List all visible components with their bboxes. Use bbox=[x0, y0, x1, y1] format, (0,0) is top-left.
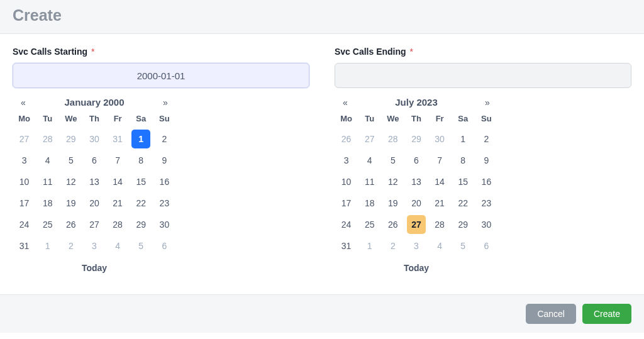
cal-day[interactable]: 7 bbox=[108, 151, 127, 170]
cal-day[interactable]: 7 bbox=[430, 151, 449, 170]
cal-day[interactable]: 6 bbox=[85, 151, 104, 170]
cal-day[interactable]: 8 bbox=[131, 151, 150, 170]
cal-day[interactable]: 14 bbox=[430, 172, 449, 191]
cal-day[interactable]: 17 bbox=[337, 194, 356, 213]
cal-day[interactable]: 4 bbox=[38, 151, 57, 170]
cal-day[interactable]: 1 bbox=[38, 236, 57, 255]
cal-day[interactable]: 15 bbox=[131, 172, 150, 191]
cal-day[interactable]: 31 bbox=[108, 130, 127, 148]
cal-day[interactable]: 31 bbox=[15, 236, 34, 255]
cancel-button[interactable]: Cancel bbox=[526, 304, 576, 324]
start-cal-today[interactable]: Today bbox=[13, 257, 176, 275]
cal-day[interactable]: 2 bbox=[384, 236, 402, 255]
end-cal-prev[interactable]: « bbox=[335, 97, 356, 108]
cal-day[interactable]: 22 bbox=[131, 194, 150, 213]
start-column: Svc Calls Starting * « January 2000 » Mo… bbox=[13, 47, 309, 275]
cal-day[interactable]: 3 bbox=[15, 151, 34, 170]
cal-day[interactable]: 31 bbox=[337, 236, 356, 255]
cal-day[interactable]: 6 bbox=[477, 236, 496, 255]
cal-day[interactable]: 25 bbox=[38, 215, 57, 234]
cal-day[interactable]: 1 bbox=[360, 236, 379, 255]
start-date-input[interactable] bbox=[13, 63, 309, 88]
cal-day[interactable]: 27 bbox=[15, 130, 34, 148]
cal-day[interactable]: 28 bbox=[38, 130, 57, 148]
cal-day[interactable]: 29 bbox=[407, 130, 426, 148]
end-date-input[interactable] bbox=[335, 63, 631, 88]
cal-day[interactable]: 15 bbox=[453, 172, 472, 191]
cal-day[interactable]: 19 bbox=[384, 194, 402, 213]
cal-day[interactable]: 27 bbox=[360, 130, 379, 148]
cal-day[interactable]: 16 bbox=[155, 172, 174, 191]
cal-day[interactable]: 18 bbox=[38, 194, 57, 213]
cal-day[interactable]: 5 bbox=[384, 151, 402, 170]
cal-day[interactable]: 12 bbox=[384, 172, 402, 191]
cal-day[interactable]: 9 bbox=[155, 151, 174, 170]
cal-day[interactable]: 9 bbox=[477, 151, 496, 170]
start-cal-next[interactable]: » bbox=[155, 97, 176, 108]
cal-day[interactable]: 11 bbox=[38, 172, 57, 191]
cal-day[interactable]: 18 bbox=[360, 194, 379, 213]
cal-day[interactable]: 5 bbox=[62, 151, 80, 170]
cal-day[interactable]: 3 bbox=[85, 236, 104, 255]
cal-day[interactable]: 2 bbox=[62, 236, 80, 255]
end-cal-next[interactable]: » bbox=[477, 97, 498, 108]
cal-day[interactable]: 24 bbox=[337, 215, 356, 234]
cal-day[interactable]: 28 bbox=[108, 215, 127, 234]
cal-day[interactable]: 3 bbox=[407, 236, 426, 255]
cal-day[interactable]: 19 bbox=[62, 194, 80, 213]
cal-day[interactable]: 23 bbox=[477, 194, 496, 213]
cal-day[interactable]: 5 bbox=[453, 236, 472, 255]
cal-day[interactable]: 21 bbox=[430, 194, 449, 213]
cal-day[interactable]: 4 bbox=[108, 236, 127, 255]
cal-day[interactable]: 8 bbox=[453, 151, 472, 170]
cal-day[interactable]: 4 bbox=[430, 236, 449, 255]
cal-day[interactable]: 30 bbox=[477, 215, 496, 234]
cal-day[interactable]: 17 bbox=[15, 194, 34, 213]
cal-day[interactable]: 6 bbox=[407, 151, 426, 170]
end-cal-dow-row: MoTuWeThFrSaSu bbox=[335, 109, 498, 128]
cal-day[interactable]: 2 bbox=[477, 130, 496, 148]
cal-day[interactable]: 20 bbox=[407, 194, 426, 213]
cal-day[interactable]: 21 bbox=[108, 194, 127, 213]
cal-day[interactable]: 11 bbox=[360, 172, 379, 191]
cal-day[interactable]: 6 bbox=[155, 236, 174, 255]
cal-day[interactable]: 2 bbox=[155, 130, 174, 148]
cal-day[interactable]: 30 bbox=[85, 130, 104, 148]
cal-day[interactable]: 12 bbox=[62, 172, 80, 191]
cal-day[interactable]: 30 bbox=[155, 215, 174, 234]
cal-day[interactable]: 29 bbox=[453, 215, 472, 234]
cal-day[interactable]: 27 bbox=[85, 215, 104, 234]
end-cal-today[interactable]: Today bbox=[335, 257, 498, 275]
cal-day[interactable]: 1 bbox=[453, 130, 472, 148]
start-cal-prev[interactable]: « bbox=[13, 97, 34, 108]
cal-day[interactable]: 13 bbox=[85, 172, 104, 191]
page-title: Create bbox=[13, 6, 631, 25]
cal-day[interactable]: 14 bbox=[108, 172, 127, 191]
cal-day[interactable]: 5 bbox=[131, 236, 150, 255]
cal-day[interactable]: 26 bbox=[62, 215, 80, 234]
cal-day[interactable]: 29 bbox=[131, 215, 150, 234]
cal-day[interactable]: 10 bbox=[15, 172, 34, 191]
cal-day[interactable]: 29 bbox=[62, 130, 80, 148]
cal-day[interactable]: 3 bbox=[337, 151, 356, 170]
cal-day[interactable]: 13 bbox=[407, 172, 426, 191]
end-calendar: « July 2023 » MoTuWeThFrSaSu 26272829301… bbox=[335, 93, 498, 275]
create-button[interactable]: Create bbox=[582, 304, 631, 324]
cal-day[interactable]: 26 bbox=[384, 215, 402, 234]
cal-day[interactable]: 27 bbox=[407, 215, 426, 234]
start-cal-title[interactable]: January 2000 bbox=[34, 97, 155, 108]
end-cal-title[interactable]: July 2023 bbox=[356, 97, 477, 108]
cal-day[interactable]: 22 bbox=[453, 194, 472, 213]
cal-day[interactable]: 20 bbox=[85, 194, 104, 213]
cal-day[interactable]: 16 bbox=[477, 172, 496, 191]
cal-day[interactable]: 25 bbox=[360, 215, 379, 234]
cal-day[interactable]: 4 bbox=[360, 151, 379, 170]
cal-day[interactable]: 1 bbox=[131, 130, 150, 148]
cal-day[interactable]: 28 bbox=[384, 130, 402, 148]
cal-day[interactable]: 10 bbox=[337, 172, 356, 191]
cal-day[interactable]: 28 bbox=[430, 215, 449, 234]
cal-day[interactable]: 30 bbox=[430, 130, 449, 148]
cal-day[interactable]: 24 bbox=[15, 215, 34, 234]
cal-day[interactable]: 23 bbox=[155, 194, 174, 213]
cal-day[interactable]: 26 bbox=[337, 130, 356, 148]
